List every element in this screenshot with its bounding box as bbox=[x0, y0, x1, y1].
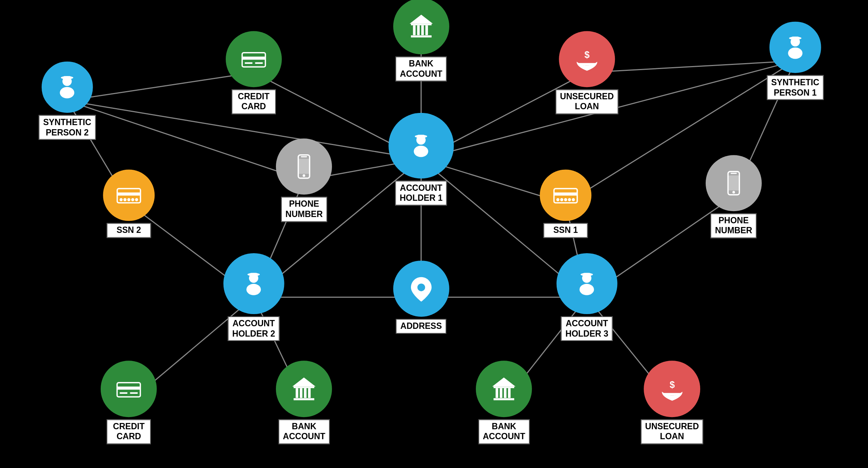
svg-rect-39 bbox=[425, 25, 428, 35]
svg-point-58 bbox=[414, 146, 428, 157]
svg-rect-80 bbox=[583, 273, 591, 276]
svg-rect-85 bbox=[294, 398, 314, 400]
svg-rect-87 bbox=[296, 388, 298, 398]
svg-point-55 bbox=[303, 175, 305, 177]
svg-point-48 bbox=[120, 198, 122, 201]
node-bank_account_top: BANKACCOUNT bbox=[393, 0, 449, 81]
svg-point-73 bbox=[246, 284, 261, 295]
svg-point-27 bbox=[60, 87, 75, 99]
svg-rect-94 bbox=[496, 388, 498, 398]
svg-rect-84 bbox=[130, 392, 138, 393]
node-credit_card_top: CREDITCARD bbox=[226, 31, 282, 114]
label-bank_account_top: BANKACCOUNT bbox=[395, 56, 447, 81]
svg-rect-92 bbox=[494, 398, 514, 400]
svg-rect-96 bbox=[504, 388, 506, 398]
svg-rect-34 bbox=[411, 35, 432, 38]
node-ssn_2: SSN 2 bbox=[103, 169, 154, 238]
svg-rect-95 bbox=[500, 388, 502, 398]
svg-rect-88 bbox=[300, 388, 302, 398]
node-phone_number_left: PHONENUMBER bbox=[276, 139, 332, 222]
graph-container: SYNTHETICPERSON 2 CREDITCARD BANKACCOUNT… bbox=[0, 0, 868, 468]
svg-rect-81 bbox=[117, 382, 141, 397]
label-credit_card_bottom: CREDITCARD bbox=[107, 419, 151, 444]
node-account_holder_2: ACCOUNTHOLDER 2 bbox=[223, 253, 284, 341]
svg-rect-75 bbox=[250, 273, 257, 276]
node-ssn_1: SSN 1 bbox=[540, 169, 591, 238]
svg-marker-40 bbox=[409, 15, 433, 24]
svg-point-78 bbox=[580, 284, 594, 295]
node-address: ADDRESS bbox=[393, 261, 449, 334]
svg-point-70 bbox=[732, 191, 735, 193]
svg-rect-83 bbox=[120, 392, 128, 393]
svg-rect-37 bbox=[417, 25, 419, 35]
node-unsecured_loan_bottom: $ UNSECUREDLOAN bbox=[641, 361, 703, 444]
svg-rect-60 bbox=[417, 135, 425, 138]
node-account_holder_1: ACCOUNTHOLDER 1 bbox=[388, 113, 454, 206]
svg-point-43 bbox=[788, 47, 802, 59]
node-bank_account_bottom_left: BANKACCOUNT bbox=[276, 361, 332, 444]
svg-rect-97 bbox=[508, 388, 511, 398]
label-account_holder_1: ACCOUNTHOLDER 1 bbox=[395, 180, 447, 205]
node-account_holder_3: ACCOUNTHOLDER 3 bbox=[557, 253, 618, 341]
svg-point-65 bbox=[564, 198, 567, 201]
label-unsecured_loan_bottom: UNSECUREDLOAN bbox=[641, 419, 703, 444]
node-synthetic_person_2: SYNTHETICPERSON 2 bbox=[39, 61, 96, 140]
label-phone_number_right: PHONENUMBER bbox=[710, 213, 757, 238]
svg-rect-38 bbox=[421, 25, 424, 35]
label-account_holder_3: ACCOUNTHOLDER 3 bbox=[561, 316, 613, 341]
node-credit_card_bottom: CREDITCARD bbox=[101, 361, 157, 444]
svg-rect-35 bbox=[411, 24, 432, 25]
svg-rect-86 bbox=[294, 386, 314, 388]
svg-rect-29 bbox=[63, 76, 71, 79]
svg-rect-32 bbox=[245, 62, 252, 63]
svg-point-50 bbox=[127, 198, 130, 201]
label-address: ADDRESS bbox=[396, 319, 446, 334]
svg-rect-82 bbox=[117, 386, 141, 389]
svg-rect-45 bbox=[791, 37, 799, 39]
svg-rect-89 bbox=[304, 388, 307, 398]
label-credit_card_top: CREDITCARD bbox=[232, 89, 276, 114]
svg-rect-54 bbox=[298, 159, 310, 174]
svg-point-64 bbox=[560, 198, 563, 201]
svg-rect-56 bbox=[301, 156, 307, 158]
svg-rect-71 bbox=[730, 173, 737, 174]
svg-point-49 bbox=[123, 198, 126, 201]
label-bank_account_bottom_right: BANKACCOUNT bbox=[478, 419, 530, 444]
svg-rect-90 bbox=[308, 388, 311, 398]
svg-rect-36 bbox=[413, 25, 415, 35]
svg-text:$: $ bbox=[670, 379, 675, 389]
label-account_holder_2: ACCOUNTHOLDER 2 bbox=[228, 316, 280, 341]
label-unsecured_loan_top: UNSECUREDLOAN bbox=[556, 89, 618, 114]
node-bank_account_bottom_right: BANKACCOUNT bbox=[476, 361, 532, 444]
svg-rect-47 bbox=[117, 193, 141, 196]
svg-rect-69 bbox=[728, 175, 739, 190]
label-bank_account_bottom_left: BANKACCOUNT bbox=[279, 419, 330, 444]
label-phone_number_left: PHONENUMBER bbox=[281, 197, 327, 222]
svg-rect-31 bbox=[242, 56, 265, 59]
label-synthetic_person_2: SYNTHETICPERSON 2 bbox=[39, 115, 96, 140]
svg-point-63 bbox=[556, 198, 559, 201]
svg-rect-33 bbox=[255, 62, 263, 63]
svg-marker-98 bbox=[492, 377, 516, 386]
svg-point-76 bbox=[417, 283, 425, 291]
label-synthetic_person_1: SYNTHETICPERSON 1 bbox=[767, 75, 823, 100]
node-unsecured_loan_top: $ UNSECUREDLOAN bbox=[556, 31, 618, 114]
svg-point-67 bbox=[572, 198, 575, 201]
svg-point-66 bbox=[568, 198, 571, 201]
label-ssn_2: SSN 2 bbox=[107, 223, 151, 238]
svg-rect-93 bbox=[494, 386, 514, 388]
node-phone_number_right: PHONENUMBER bbox=[706, 155, 762, 238]
svg-point-52 bbox=[135, 198, 138, 201]
svg-text:$: $ bbox=[584, 49, 589, 59]
svg-marker-91 bbox=[293, 377, 316, 386]
node-synthetic_person_1: SYNTHETICPERSON 1 bbox=[767, 22, 823, 100]
svg-rect-62 bbox=[554, 193, 577, 196]
svg-point-51 bbox=[131, 198, 134, 201]
label-ssn_1: SSN 1 bbox=[543, 223, 588, 238]
svg-rect-30 bbox=[242, 52, 265, 67]
